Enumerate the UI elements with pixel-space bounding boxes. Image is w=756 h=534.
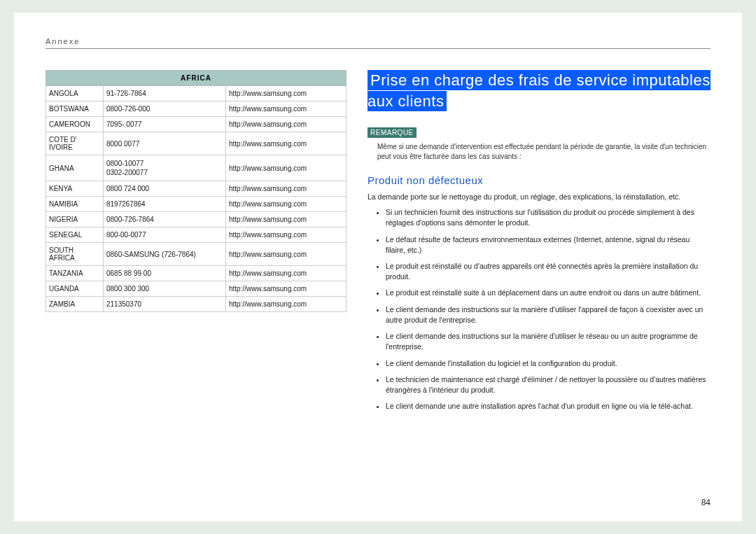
table-row: GHANA0800-100770302-200077http://www.sam… [46,155,346,181]
two-column-layout: AFRICA ANGOLA91-726-7864http://www.samsu… [46,70,710,417]
list-item: Le produit est réinstallé ou d'autres ap… [386,261,710,282]
table-row: SENEGAL800-00-0077http://www.samsung.com [46,227,346,243]
url-cell: http://www.samsung.com [226,227,346,243]
main-title: Prise en charge des frais de service imp… [368,70,710,111]
phone-cell: 0800 300 300 [104,281,226,297]
table-row: UGANDA0800 300 300http://www.samsung.com [46,281,346,297]
country-cell: ZAMBIA [46,297,104,312]
bullet-list: Si un technicien fournit des instruction… [368,207,710,412]
phone-cell: 0800-726-7864 [104,212,226,227]
country-cell: BOTSWANA [46,101,104,117]
phone-cell: 8197267864 [104,197,226,212]
list-item: Le technicien de maintenance est chargé … [386,374,710,395]
remark-text: Même si une demande d'intervention est e… [377,142,710,162]
country-cell: NAMIBIA [46,197,104,212]
table-row: SOUTH AFRICA0860-SAMSUNG (726-7864)http:… [46,243,346,266]
url-cell: http://www.samsung.com [226,117,346,132]
url-cell: http://www.samsung.com [226,297,346,312]
list-item: Le client demande l'installation du logi… [386,358,710,369]
table-row: TANZANIA0685 88 99 00http://www.samsung.… [46,266,346,281]
url-cell: http://www.samsung.com [226,155,346,181]
header-divider [46,48,710,49]
url-cell: http://www.samsung.com [226,132,346,155]
country-cell: TANZANIA [46,266,104,281]
phone-cell: 0800-100770302-200077 [104,155,226,181]
remark-badge: REMARQUE [368,127,416,138]
table-row: ANGOLA91-726-7864http://www.samsung.com [46,86,346,101]
country-cell: UGANDA [46,281,104,297]
table-row: BOTSWANA0800-726-000http://www.samsung.c… [46,101,346,117]
list-item: Le client demande des instructions sur l… [386,331,710,352]
url-cell: http://www.samsung.com [226,212,346,227]
url-cell: http://www.samsung.com [226,101,346,117]
country-cell: COTE D' IVOIRE [46,132,104,155]
country-cell: GHANA [46,155,104,181]
list-item: Le client demande une autre installation… [386,401,710,412]
url-cell: http://www.samsung.com [226,281,346,297]
url-cell: http://www.samsung.com [226,243,346,266]
intro-text: La demande porte sur le nettoyage du pro… [368,192,710,203]
country-cell: ANGOLA [46,86,104,101]
table-row: COTE D' IVOIRE8000 0077http://www.samsun… [46,132,346,155]
contact-table: AFRICA ANGOLA91-726-7864http://www.samsu… [46,70,346,312]
sub-heading: Produit non défectueux [368,174,710,186]
country-cell: SENEGAL [46,227,104,243]
phone-cell: 0800 724 000 [104,181,226,197]
list-item: Si un technicien fournit des instruction… [386,207,710,228]
left-column: AFRICA ANGOLA91-726-7864http://www.samsu… [46,70,346,417]
phone-cell: 0800-726-000 [104,101,226,117]
phone-cell: 8000 0077 [104,132,226,155]
phone-cell: 800-00-0077 [104,227,226,243]
country-cell: CAMEROON [46,117,104,132]
table-row: ZAMBIA211350370http://www.samsung.com [46,297,346,312]
country-cell: NIGERIA [46,212,104,227]
url-cell: http://www.samsung.com [226,266,346,281]
phone-cell: 7095- 0077 [104,117,226,132]
phone-cell: 0860-SAMSUNG (726-7864) [104,243,226,266]
country-cell: KENYA [46,181,104,197]
country-cell: SOUTH AFRICA [46,243,104,266]
table-row: KENYA0800 724 000http://www.samsung.com [46,181,346,197]
url-cell: http://www.samsung.com [226,181,346,197]
table-row: CAMEROON7095- 0077http://www.samsung.com [46,117,346,132]
page-number: 84 [701,498,710,507]
section-label: Annexe [46,37,710,48]
right-column: Prise en charge des frais de service imp… [368,70,710,417]
table-row: NAMIBIA8197267864http://www.samsung.com [46,197,346,212]
phone-cell: 91-726-7864 [104,86,226,101]
table-row: NIGERIA0800-726-7864http://www.samsung.c… [46,212,346,227]
url-cell: http://www.samsung.com [226,86,346,101]
region-header: AFRICA [46,71,346,86]
list-item: Le défaut résulte de facteurs environnem… [386,234,710,255]
list-item: Le produit est réinstallé suite à un dép… [386,288,710,298]
document-page: Annexe AFRICA ANGOLA91-726-7864http://ww… [14,13,742,521]
phone-cell: 0685 88 99 00 [104,266,226,281]
phone-cell: 211350370 [104,297,226,312]
main-title-wrap: Prise en charge des frais de service imp… [368,70,710,111]
url-cell: http://www.samsung.com [226,197,346,212]
list-item: Le client demande des instructions sur l… [386,304,710,325]
